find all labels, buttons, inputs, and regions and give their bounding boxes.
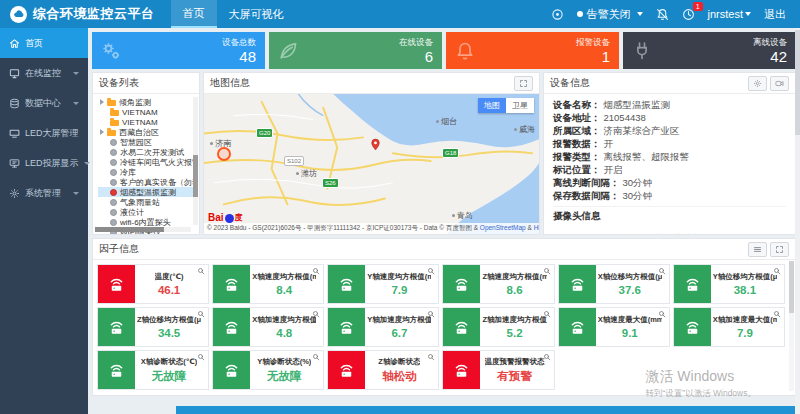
map-city-label: 潍坊: [296, 168, 317, 179]
stat-label: 设备总数: [222, 37, 256, 49]
factor-card[interactable]: X轴速度最大值(mm/s) 9.1: [558, 307, 670, 347]
factor-card[interactable]: 温度预警报警状态 有预警: [442, 350, 554, 390]
magnifier-icon[interactable]: [543, 353, 551, 361]
page-scrollbar[interactable]: [795, 28, 800, 414]
tree-item-label: 烟感型温振监测: [120, 187, 176, 197]
magnifier-icon[interactable]: [543, 267, 551, 275]
sidebar-item[interactable]: 数据中心: [0, 88, 88, 118]
magnifier-icon[interactable]: [312, 267, 320, 275]
tree-horizontal-scrollbar[interactable]: [95, 227, 191, 232]
factor-card[interactable]: Z轴位移均方根值(μm) 34.5: [97, 307, 209, 347]
factor-card[interactable]: Y轴加速度均方根值(mm/s2) 6.7: [327, 307, 439, 347]
magnifier-icon[interactable]: [427, 310, 435, 318]
user-menu[interactable]: jnrstest: [708, 8, 751, 20]
sidebar-item[interactable]: 在线监控: [0, 58, 88, 88]
scroll-thumb[interactable]: [789, 261, 794, 313]
sidebar-item[interactable]: LED投屏显示: [0, 148, 88, 178]
here-link[interactable]: HERE: [534, 224, 539, 231]
factor-card[interactable]: Z轴诊断状态 轴松动: [327, 350, 439, 390]
stat-value: 1: [576, 49, 610, 65]
alarm-toggle-select[interactable]: 告警关闭: [577, 7, 643, 22]
logout-button[interactable]: 退出: [764, 7, 786, 22]
magnifier-icon[interactable]: [773, 310, 781, 318]
factor-card[interactable]: Z轴加速度均方根值(mm/s2) 5.2: [442, 307, 554, 347]
sensor-icon: [674, 265, 711, 303]
factor-card[interactable]: 温度(℃) 46.1: [97, 264, 209, 304]
factor-card[interactable]: X轴位移均方根值(μm) 37.6: [558, 264, 670, 304]
device-info-title: 设备信息: [550, 76, 590, 90]
sensor-icon: [98, 351, 135, 389]
factor-card[interactable]: X轴速度均方根值(mm/s) 8.4: [212, 264, 324, 304]
tree-item[interactable]: 倾角监测: [98, 97, 193, 107]
scroll-thumb[interactable]: [193, 155, 198, 197]
tree-vertical-scrollbar[interactable]: [193, 97, 198, 225]
map-type-toggle: 地图 卫星: [478, 98, 534, 113]
scroll-thumb[interactable]: [95, 227, 164, 232]
topnav-item[interactable]: 大屏可视化: [217, 0, 296, 28]
factor-value: 4.8: [276, 327, 292, 339]
sidebar-item[interactable]: 系统管理: [0, 178, 88, 208]
tree-item[interactable]: 西藏自治区: [98, 127, 193, 137]
factor-card[interactable]: Y轴速度均方根值(mm/s) 7.9: [327, 264, 439, 304]
stat-value: 48: [222, 49, 256, 65]
list-view-button[interactable]: [748, 242, 767, 257]
satellite-mode-button[interactable]: 卫星: [506, 98, 534, 113]
factor-scrollbar[interactable]: [789, 261, 794, 391]
map-expand-button[interactable]: [514, 76, 533, 91]
fullscreen-icon[interactable]: [551, 8, 564, 21]
device-settings-button[interactable]: [748, 76, 767, 91]
tree-item[interactable]: VIETNAM: [98, 117, 193, 127]
tree-item[interactable]: wifi-6内置探头: [98, 217, 193, 227]
tree-node-icon: [110, 149, 117, 156]
tree-item[interactable]: 冷库: [98, 167, 193, 177]
tree-item[interactable]: VIETNAM: [98, 107, 193, 117]
tree-item[interactable]: 客户的真实设备（勿动: [98, 177, 193, 187]
tree-item[interactable]: 气象雨量站: [98, 197, 193, 207]
map-canvas[interactable]: 地图 卫星 济南潍坊烟台威海青岛 G20G18S26S102 Bai 度: [204, 94, 539, 234]
device-marker-pin[interactable]: [369, 136, 382, 153]
magnifier-icon[interactable]: [543, 310, 551, 318]
topnav-item[interactable]: 首页: [171, 0, 217, 28]
mute-bell-icon[interactable]: [656, 8, 669, 21]
device-camera-button[interactable]: [770, 76, 789, 91]
tree-item[interactable]: 智慧园区: [98, 137, 193, 147]
magnifier-icon[interactable]: [658, 267, 666, 275]
factor-expand-button[interactable]: [770, 242, 789, 257]
osm-link[interactable]: OpenStreetMap: [480, 224, 526, 231]
factor-value: 7.9: [391, 284, 407, 296]
cluster-marker[interactable]: [217, 147, 231, 161]
factor-card[interactable]: Y轴诊断状态(%) 无故障: [212, 350, 324, 390]
sidebar-item[interactable]: LED大屏管理: [0, 118, 88, 148]
camera-empty-message: 暂无摄像头信息: [553, 232, 786, 234]
chevron-down-icon: [73, 192, 79, 195]
tree-item-label: wifi-6内置探头: [120, 217, 171, 227]
chevron-down-icon: [84, 162, 90, 165]
factor-card[interactable]: X轴加速度最大值(mm/s2) 7.9: [673, 307, 785, 347]
tree-node-icon: [110, 120, 119, 126]
magnifier-icon[interactable]: [427, 353, 435, 361]
info-value: 30分钟: [623, 189, 653, 202]
alarm-toggle-label: 告警关闭: [587, 7, 631, 22]
tree-item[interactable]: 水易二次开发测试: [98, 147, 193, 157]
factor-card[interactable]: X轴加速度均方根值(mm/s2) 4.8: [212, 307, 324, 347]
factor-card[interactable]: X轴诊断状态(℃) 无故障: [97, 350, 209, 390]
stat-card: 离线设备 42: [623, 32, 796, 69]
magnifier-icon[interactable]: [427, 267, 435, 275]
magnifier-icon[interactable]: [197, 267, 205, 275]
middle-row: 设备列表 倾角监测 VIETNAM: [92, 72, 796, 235]
notification-button[interactable]: 1: [682, 8, 695, 21]
sidebar-item[interactable]: 首页: [0, 28, 88, 58]
tree-item[interactable]: 液位计: [98, 207, 193, 217]
magnifier-icon[interactable]: [197, 353, 205, 361]
tree-item[interactable]: 冷链车间电气火灾报警: [98, 157, 193, 167]
magnifier-icon[interactable]: [773, 267, 781, 275]
magnifier-icon[interactable]: [312, 353, 320, 361]
factor-card[interactable]: Y轴位移均方根值(μm) 38.1: [673, 264, 785, 304]
scroll-thumb[interactable]: [795, 30, 800, 135]
map-mode-button[interactable]: 地图: [478, 98, 506, 113]
magnifier-icon[interactable]: [312, 310, 320, 318]
factor-card[interactable]: Z轴速度均方根值(mm/s) 8.6: [442, 264, 554, 304]
magnifier-icon[interactable]: [197, 310, 205, 318]
magnifier-icon[interactable]: [658, 310, 666, 318]
tree-item[interactable]: 烟感型温振监测: [98, 187, 193, 197]
